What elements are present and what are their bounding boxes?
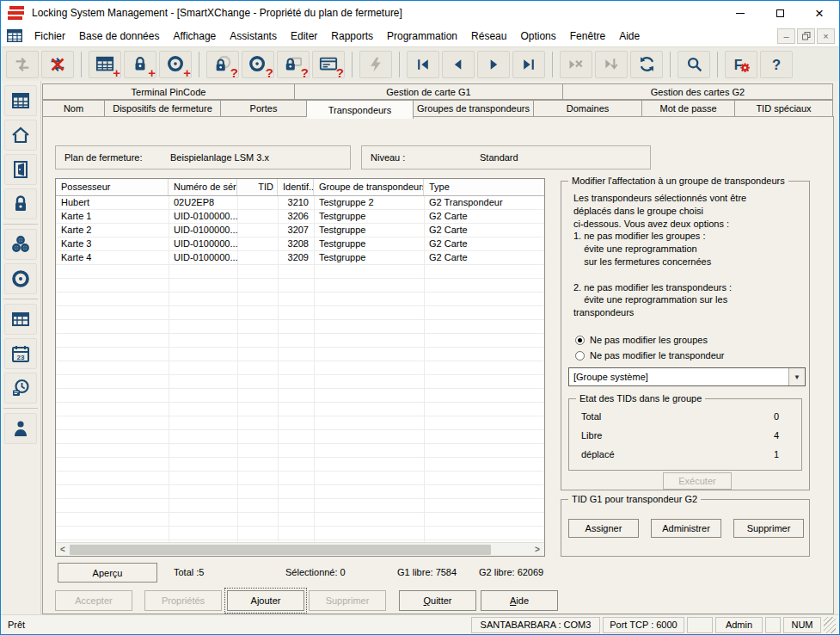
delete-tid-button[interactable]: Supprimer bbox=[733, 519, 804, 538]
column-tid[interactable]: TID bbox=[237, 179, 278, 195]
mdi-restore-button[interactable] bbox=[797, 28, 815, 44]
cell-possesseur: Karte 3 bbox=[56, 237, 169, 250]
menu-affichage[interactable]: Affichage bbox=[166, 25, 223, 46]
read-lock-network-icon[interactable]: ? bbox=[277, 51, 310, 78]
group-select[interactable]: [Groupe système] ▼ bbox=[568, 367, 806, 386]
horizontal-scrollbar[interactable]: < > bbox=[56, 542, 544, 556]
menu-fichier[interactable]: Fichier bbox=[28, 25, 72, 46]
new-transponder-icon[interactable]: + bbox=[159, 51, 192, 78]
schedule-icon[interactable] bbox=[4, 304, 37, 335]
tab-dispositifs[interactable]: Dispositifs de fermeture bbox=[105, 100, 221, 117]
cell-identif: 3207 bbox=[278, 224, 314, 237]
tab-nom[interactable]: Nom bbox=[42, 100, 105, 117]
tab-gestion-cartes-g2[interactable]: Gestion des cartes G2 bbox=[563, 83, 833, 100]
menu-assistants[interactable]: Assistants bbox=[223, 25, 284, 46]
first-record-icon[interactable] bbox=[407, 51, 439, 78]
add-button[interactable]: Ajouter bbox=[227, 590, 304, 611]
cell-tid bbox=[237, 251, 278, 264]
selected-count: Sélectionné: 0 bbox=[285, 567, 346, 577]
tab-terminal-pincode[interactable]: Terminal PinCode bbox=[42, 83, 295, 100]
administer-button[interactable]: Administrer bbox=[651, 519, 721, 538]
refresh-icon[interactable] bbox=[630, 51, 663, 78]
new-locking-system-icon[interactable]: + bbox=[89, 51, 121, 78]
column-groupe[interactable]: Groupe de transpondeurs bbox=[314, 179, 424, 195]
menu-rapports[interactable]: Rapports bbox=[324, 25, 380, 46]
time-zone-icon[interactable] bbox=[4, 373, 37, 404]
table-row[interactable]: Karte 1UID-0100000...3206TestgruppeG2 Ca… bbox=[56, 210, 544, 224]
sidebar: 23 bbox=[1, 81, 41, 615]
menu-aide[interactable]: Aide bbox=[612, 25, 647, 46]
disconnect-icon[interactable] bbox=[41, 51, 74, 78]
transponders-panel: Plan de fermeture: Beispielanlage LSM 3.… bbox=[42, 116, 834, 614]
column-numero-serie[interactable]: Numéro de série bbox=[169, 179, 237, 195]
table-row[interactable]: Karte 3UID-0100000...3208TestgruppeG2 Ca… bbox=[56, 237, 544, 251]
new-lock-icon[interactable]: + bbox=[124, 51, 156, 78]
mdi-minimize-button[interactable]: – bbox=[777, 28, 795, 44]
tab-domaines[interactable]: Domaines bbox=[534, 100, 642, 117]
close-button[interactable]: × bbox=[800, 1, 839, 25]
cell-tid bbox=[237, 224, 278, 237]
scroll-left-icon[interactable]: < bbox=[56, 543, 70, 557]
quit-button[interactable]: Quitter bbox=[399, 590, 476, 611]
tab-mot-de-passe[interactable]: Mot de passe bbox=[642, 100, 735, 117]
chevron-down-icon[interactable]: ▼ bbox=[788, 368, 805, 385]
help-button[interactable]: Aide bbox=[481, 590, 558, 611]
menu-base-de-donnees[interactable]: Base de données bbox=[72, 25, 166, 46]
help-icon[interactable]: ? bbox=[760, 51, 793, 78]
column-identif[interactable]: Identif... bbox=[278, 179, 314, 195]
menu-reseau[interactable]: Réseau bbox=[464, 25, 513, 46]
column-type[interactable]: Type bbox=[424, 179, 544, 195]
tab-tid-speciaux[interactable]: TID spéciaux bbox=[735, 100, 833, 117]
column-possesseur[interactable]: Possesseur bbox=[56, 179, 169, 195]
tab-row-primary: Nom Dispositifs de fermeture Portes Tran… bbox=[42, 100, 833, 117]
mdi-close-button[interactable]: × bbox=[817, 28, 835, 44]
calendar-icon[interactable]: 23 bbox=[4, 338, 37, 369]
table-row[interactable]: Hubert02U2EP83210Testgruppe 2G2 Transpon… bbox=[56, 196, 544, 210]
search-icon[interactable] bbox=[678, 51, 710, 78]
tab-portes[interactable]: Portes bbox=[221, 100, 307, 117]
previous-record-icon[interactable] bbox=[442, 51, 475, 78]
menu-programmation[interactable]: Programmation bbox=[380, 25, 464, 46]
lock-icon[interactable] bbox=[4, 188, 37, 219]
menu-options[interactable]: Options bbox=[513, 25, 562, 46]
maximize-button[interactable] bbox=[760, 1, 800, 25]
radio-keep-groups[interactable]: Ne pas modifier les groupes bbox=[575, 335, 708, 345]
home-icon[interactable] bbox=[4, 120, 37, 151]
resize-grip[interactable] bbox=[824, 617, 836, 633]
tab-transpondeurs[interactable]: Transpondeurs bbox=[307, 100, 414, 119]
g1-free-count: G1 libre: 7584 bbox=[397, 567, 457, 577]
filter-settings-icon[interactable]: F bbox=[725, 51, 757, 78]
scrollbar-thumb[interactable] bbox=[70, 545, 491, 555]
radio-unselected-icon[interactable] bbox=[575, 351, 585, 361]
cell-tid bbox=[237, 196, 278, 209]
radio-selected-icon[interactable] bbox=[575, 336, 585, 345]
user-icon[interactable] bbox=[4, 413, 37, 444]
menu-fenetre[interactable]: Fenêtre bbox=[563, 25, 612, 46]
table-row[interactable]: Karte 2UID-0100000...3207TestgruppeG2 Ca… bbox=[56, 224, 544, 237]
jump-record-icon bbox=[595, 51, 628, 78]
radio-keep-transponder[interactable]: Ne pas modifier le transpondeur bbox=[575, 350, 725, 361]
transponder-group-icon[interactable] bbox=[4, 229, 37, 260]
status-connection: SANTABARBARA : COM3 bbox=[471, 617, 600, 633]
matrix-icon[interactable] bbox=[4, 85, 37, 116]
read-lock-icon[interactable]: ? bbox=[206, 51, 239, 78]
menu-editer[interactable]: Editer bbox=[284, 25, 324, 46]
table-row[interactable]: Karte 4UID-0100000...3209TestgruppeG2 Ca… bbox=[56, 251, 544, 265]
minimize-button[interactable] bbox=[720, 1, 760, 25]
tab-gestion-carte-g1[interactable]: Gestion de carte G1 bbox=[295, 83, 563, 100]
help-rest: ide bbox=[516, 595, 529, 606]
assign-button[interactable]: Assigner bbox=[568, 519, 639, 538]
cell-type: G2 Carte bbox=[424, 237, 544, 250]
cell-identif: 3210 bbox=[278, 196, 314, 209]
read-transponder-icon[interactable]: ? bbox=[242, 51, 274, 78]
door-icon[interactable] bbox=[4, 154, 37, 185]
scroll-right-icon[interactable]: > bbox=[530, 543, 544, 557]
next-record-icon[interactable] bbox=[477, 51, 510, 78]
total-count: Total :5 bbox=[174, 567, 204, 577]
app-logo-icon bbox=[8, 6, 25, 20]
last-record-icon[interactable] bbox=[512, 51, 545, 78]
preview-button[interactable]: Aperçu bbox=[58, 563, 157, 583]
read-card-icon[interactable]: ? bbox=[312, 51, 345, 78]
tab-groupes-transpondeurs[interactable]: Groupes de transpondeurs bbox=[414, 100, 534, 117]
transponder-icon[interactable] bbox=[4, 263, 37, 294]
